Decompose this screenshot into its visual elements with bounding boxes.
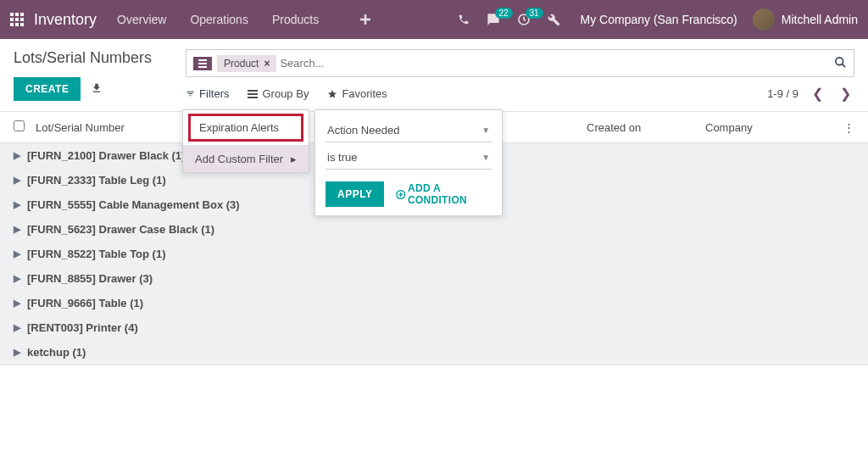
svg-rect-7 [248,97,258,98]
groupby-label: Group By [262,87,309,100]
avatar[interactable] [753,8,775,31]
search-chip-icon [193,57,212,70]
groupby-toggle[interactable]: Group By [248,87,309,100]
tools-icon[interactable] [548,14,560,26]
svg-rect-2 [198,63,207,64]
row-label: [FURN_8855] Drawer (3) [27,272,153,285]
filter-add-custom[interactable]: Add Custom Filter ▸ [183,146,309,172]
plus-icon[interactable] [359,14,371,25]
search-input[interactable] [276,53,834,73]
chevron-right-icon: ▸ [291,153,297,165]
filter-expiration-alerts[interactable]: Expiration Alerts [188,114,303,142]
caret-icon: ▶ [14,199,20,210]
add-custom-label: Add Custom Filter [195,153,283,165]
svg-point-4 [836,57,843,64]
row-label: ketchup (1) [27,346,86,359]
apps-icon[interactable] [10,13,24,26]
custom-filter-operator[interactable]: is true ▼ [326,146,492,170]
table-row[interactable]: ▶[FURN_8855] Drawer (3) [0,266,868,291]
col-company[interactable]: Company [705,121,837,134]
caret-icon: ▶ [14,175,20,186]
nav-products[interactable]: Products [272,13,319,26]
table-row[interactable]: ▶ketchup (1) [0,340,868,365]
nav-operations[interactable]: Operations [190,13,248,26]
control-panel: Lots/Serial Numbers CREATE Product × [0,39,868,111]
caret-icon: ▶ [14,298,20,309]
caret-icon: ▶ [14,224,20,235]
row-label: [FURN_9666] Table (1) [27,297,143,309]
column-options-icon[interactable]: ⋮ [837,121,854,134]
col-created[interactable]: Created on [587,121,705,134]
create-button[interactable]: CREATE [14,77,81,101]
pager: 1-9 / 9 ❮ ❯ [767,86,854,102]
search-chip-text: Product [224,58,259,70]
page-title: Lots/Serial Numbers [14,49,152,67]
chevron-down-icon: ▼ [481,153,490,162]
favorites-label: Favorites [342,87,387,100]
row-label: [FURN_2100] Drawer Black (1) [27,149,185,162]
row-label: [FURN_5555] Cable Management Box (3) [27,198,240,211]
search-options: Filters Group By Favorites 1-9 / 9 ❮ ❯ E… [186,77,854,109]
caret-icon: ▶ [14,322,20,333]
username[interactable]: Mitchell Admin [782,13,858,26]
cf-op-value: is true [327,151,357,164]
search-chip[interactable]: Product × [217,55,276,72]
svg-rect-3 [198,66,207,68]
import-icon[interactable] [91,82,103,97]
custom-filter-panel: Action Needed ▼ is true ▼ APPLY ADD A CO… [314,109,503,216]
activity-icon[interactable]: 31 [517,13,531,26]
caret-icon: ▶ [14,248,20,259]
favorites-toggle[interactable]: Favorites [327,87,387,100]
search-chip-close[interactable]: × [264,58,270,70]
caret-icon: ▶ [14,273,20,284]
search-bar: Product × [186,49,854,77]
apply-button[interactable]: APPLY [326,181,384,207]
caret-icon: ▶ [14,347,20,358]
table-row[interactable]: ▶[RENT003] Printer (4) [0,315,868,340]
filters-dropdown: Expiration Alerts Add Custom Filter ▸ [182,109,309,173]
table-row[interactable]: ▶[FURN_9666] Table (1) [0,291,868,315]
filters-label: Filters [199,87,229,100]
pager-next[interactable]: ❯ [837,86,854,102]
filters-toggle[interactable]: Filters [186,87,229,100]
row-label: [FURN_5623] Drawer Case Black (1) [27,223,214,236]
top-navbar: Inventory Overview Operations Products 2… [0,0,868,39]
company-selector[interactable]: My Company (San Francisco) [581,13,737,26]
svg-rect-1 [198,59,207,61]
add-condition-label: ADD A CONDITION [408,182,492,206]
add-condition-button[interactable]: ADD A CONDITION [396,182,492,206]
messages-icon[interactable]: 22 [487,13,500,26]
row-label: [FURN_8522] Table Top (1) [27,248,165,260]
table-row[interactable]: ▶[FURN_8522] Table Top (1) [0,242,868,266]
custom-filter-field[interactable]: Action Needed ▼ [326,119,492,142]
row-label: [RENT003] Printer (4) [27,321,138,334]
activity-badge: 31 [526,8,543,19]
app-brand[interactable]: Inventory [34,11,97,29]
cf-field-value: Action Needed [327,124,399,137]
table-row[interactable]: ▶[FURN_5623] Drawer Case Black (1) [0,217,868,242]
svg-rect-5 [248,90,258,92]
nav-overview[interactable]: Overview [117,13,166,26]
messages-badge: 22 [495,8,513,19]
pager-prev[interactable]: ❮ [809,86,826,102]
row-label: [FURN_2333] Table Leg (1) [27,174,166,187]
phone-icon[interactable] [458,14,470,25]
chevron-down-icon: ▼ [481,125,490,135]
search-icon[interactable] [834,56,847,71]
select-all-checkbox[interactable] [14,120,25,131]
pager-range: 1-9 / 9 [767,87,798,100]
caret-icon: ▶ [14,150,20,161]
svg-rect-6 [248,93,258,95]
